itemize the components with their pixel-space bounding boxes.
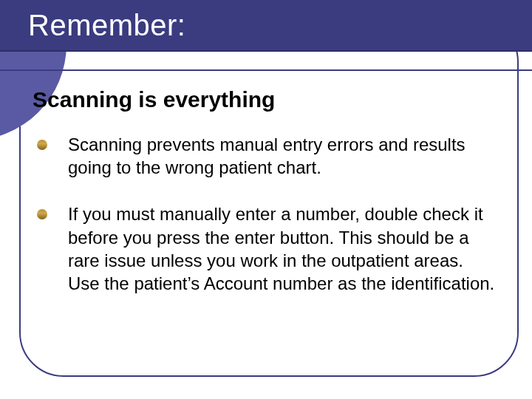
title-bar: Remember:	[0, 0, 532, 52]
slide-title: Remember:	[28, 9, 185, 42]
bullet-text: If you must manually enter a number, dou…	[68, 202, 499, 295]
slide: Remember: Scanning is everything Scannin…	[0, 0, 532, 399]
content-area: Scanning is everything Scanning prevents…	[33, 87, 499, 318]
bullet-icon	[37, 140, 47, 150]
list-item: If you must manually enter a number, dou…	[33, 202, 499, 295]
section-heading: Scanning is everything	[33, 87, 499, 112]
bullet-list: Scanning prevents manual entry errors an…	[33, 133, 499, 295]
bullet-text: Scanning prevents manual entry errors an…	[68, 133, 499, 179]
horizontal-rule	[0, 69, 532, 71]
list-item: Scanning prevents manual entry errors an…	[33, 133, 499, 179]
bullet-icon	[37, 209, 47, 219]
